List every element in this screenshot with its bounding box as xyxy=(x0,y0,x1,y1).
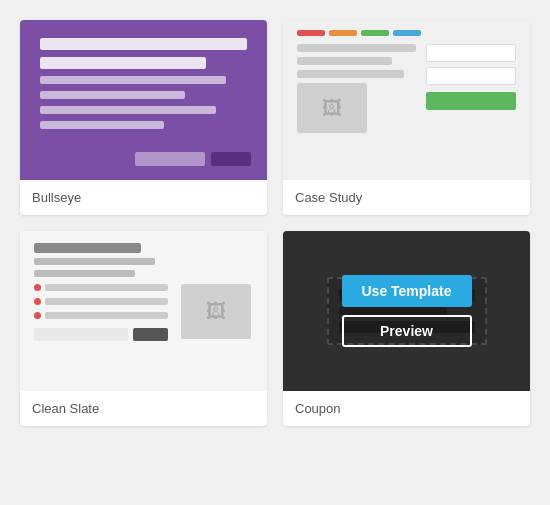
coupon-hover-overlay: Use Template Preview xyxy=(283,231,530,391)
bullseye-line-4 xyxy=(40,91,185,99)
card-coupon[interactable]: Use Template Preview Coupon xyxy=(283,231,530,426)
cs-right-col xyxy=(426,44,516,170)
template-grid: Bullseye 🖼 xyxy=(20,20,530,426)
clean-slate-thumbnail: 🖼 xyxy=(20,231,267,391)
casestudy-preview: 🖼 xyxy=(283,20,530,180)
cs-line-2 xyxy=(297,57,392,65)
bullseye-line-1 xyxy=(40,38,247,50)
bullseye-line-2 xyxy=(40,57,206,69)
card-case-study[interactable]: 🖼 Case Study xyxy=(283,20,530,215)
card-bullseye[interactable]: Bullseye xyxy=(20,20,267,215)
cs-line-1 xyxy=(297,44,416,52)
case-study-label: Case Study xyxy=(283,180,530,215)
cs-left-col: 🖼 xyxy=(297,44,416,170)
cls-dot-2 xyxy=(34,298,41,305)
cls-dotline-2 xyxy=(45,298,168,305)
cls-image-icon: 🖼 xyxy=(206,300,226,323)
cs-bar-blue xyxy=(393,30,421,36)
cls-dotline-3 xyxy=(45,312,168,319)
cs-main-content: 🖼 xyxy=(297,44,516,170)
cls-image-mock: 🖼 xyxy=(181,284,251,339)
cs-color-bars xyxy=(297,30,516,36)
cleanslate-preview: 🖼 xyxy=(20,231,267,391)
cs-image-mock: 🖼 xyxy=(297,83,367,133)
bullseye-line-6 xyxy=(40,121,164,129)
cls-dot-3 xyxy=(34,312,41,319)
cls-dotrow-2 xyxy=(34,298,168,305)
cls-line-2 xyxy=(34,270,135,277)
cls-dotline-1 xyxy=(45,284,168,291)
bullseye-line-5 xyxy=(40,106,216,114)
cls-btn-mock xyxy=(133,328,168,341)
coupon-thumbnail: Use Template Preview xyxy=(283,231,530,391)
cls-dotrow-3 xyxy=(34,312,168,319)
cs-bar-green xyxy=(361,30,389,36)
case-study-thumbnail: 🖼 xyxy=(283,20,530,180)
cs-line-3 xyxy=(297,70,404,78)
coupon-label: Coupon xyxy=(283,391,530,426)
bullseye-thumbnail xyxy=(20,20,267,180)
use-template-button[interactable]: Use Template xyxy=(342,275,472,307)
cls-dot-1 xyxy=(34,284,41,291)
cls-left-col xyxy=(34,243,168,379)
cs-bar-orange xyxy=(329,30,357,36)
bullseye-btn-mock xyxy=(211,152,251,166)
bullseye-preview xyxy=(20,20,267,180)
cs-bar-red xyxy=(297,30,325,36)
cls-right-col: 🖼 xyxy=(178,243,253,379)
cls-line-1 xyxy=(34,258,155,265)
cls-input-mock xyxy=(34,328,128,341)
cls-title-bar xyxy=(34,243,141,253)
card-clean-slate[interactable]: 🖼 Clean Slate xyxy=(20,231,267,426)
cs-field-1 xyxy=(426,44,516,62)
cs-field-2 xyxy=(426,67,516,85)
preview-button[interactable]: Preview xyxy=(342,315,472,347)
cs-image-icon: 🖼 xyxy=(322,97,342,120)
bullseye-form xyxy=(135,152,251,166)
bullseye-line-3 xyxy=(40,76,226,84)
bullseye-label: Bullseye xyxy=(20,180,267,215)
cls-form-row xyxy=(34,328,168,341)
bullseye-input-mock xyxy=(135,152,205,166)
coupon-preview: Use Template Preview xyxy=(283,231,530,391)
clean-slate-label: Clean Slate xyxy=(20,391,267,426)
cls-dotrow-1 xyxy=(34,284,168,291)
cs-submit-btn-mock xyxy=(426,92,516,110)
